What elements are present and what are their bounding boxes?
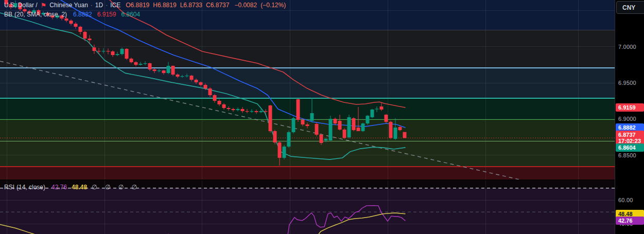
zone-rect <box>0 98 615 119</box>
legend-separator: · <box>90 2 93 9</box>
indicator-price-badge: 6.8604 <box>616 143 644 152</box>
rsi-axis-label: 60.00 <box>618 197 633 203</box>
interval-label[interactable]: 1D <box>95 2 103 9</box>
bb-indicator-params: (20, SMA, close, 2) <box>14 11 67 18</box>
zone-rect <box>0 119 615 141</box>
ohlc-item-l: L6.8733 <box>180 2 202 9</box>
flag-icon[interactable]: ⚑ <box>41 2 47 9</box>
price-axis-label: 7.0000 <box>618 44 636 50</box>
price-axis-label: 6.8500 <box>618 152 636 158</box>
change-value: −0.0082 <box>234 2 257 9</box>
ohlc-item-c: C6.8737 <box>206 2 229 9</box>
rsi-legend-row[interactable]: RSI (14, close) 42.76 48.48 ∅ ∅ ∅ ∅ <box>4 184 140 191</box>
bb-lower-value: 6.8604 <box>121 11 140 18</box>
bb-indicator-name[interactable]: BB <box>4 11 12 18</box>
bb-basis-value: 6.8882 <box>73 11 92 18</box>
support-resistance-zones <box>0 0 615 181</box>
rsi-indicator-params: (14, close) <box>16 184 45 191</box>
exchange-label[interactable]: ICE <box>110 2 120 9</box>
price-axis-label: 6.9500 <box>618 80 636 86</box>
ohlc-values: O6.8819H6.8819L6.8733C6.8737 <box>126 2 229 9</box>
ohlc-item-h: H6.8819 <box>153 2 176 9</box>
rsi-ma-value: 48.48 <box>72 184 87 191</box>
zone-rect <box>0 167 615 181</box>
symbol-title-part2[interactable]: Chinese Yuan <box>49 2 88 9</box>
rsi-indicator-name[interactable]: RSI <box>4 184 14 191</box>
symbol-legend-row[interactable]: U.S. Dollar / ⚑ Chinese Yuan · 1D · ICE … <box>4 2 286 9</box>
currency-label: CNY <box>622 4 635 11</box>
rsi-value: 42.76 <box>51 184 67 191</box>
pane-separator[interactable] <box>0 179 615 181</box>
rsi-empty-values: ∅ ∅ ∅ ∅ <box>92 184 140 191</box>
zone-rect <box>0 30 615 68</box>
bb-upper-value: 6.9159 <box>97 11 116 18</box>
chart-canvas[interactable] <box>0 0 615 234</box>
change-pct-value: (−0.12%) <box>260 2 286 9</box>
price-axis-label: 6.9000 <box>618 116 636 122</box>
bb-legend-row[interactable]: BB (20, SMA, close, 2) 6.8882 6.9159 6.8… <box>4 11 140 18</box>
currency-toggle[interactable]: CNY <box>616 1 644 14</box>
symbol-title-part1[interactable]: U.S. Dollar / <box>4 2 38 9</box>
indicator-price-badge: 6.9159 <box>616 103 644 112</box>
trading-chart-app: U.S. Dollar / ⚑ Chinese Yuan · 1D · ICE … <box>0 0 644 234</box>
legend-separator-2: · <box>105 2 108 9</box>
ohlc-item-o: O6.8819 <box>126 2 149 9</box>
price-axis[interactable]: 7.00006.95006.90006.850060.0040.006.9159… <box>615 0 644 234</box>
zone-rect <box>0 141 615 167</box>
rsi-value-badge: 42.76 <box>616 217 644 225</box>
